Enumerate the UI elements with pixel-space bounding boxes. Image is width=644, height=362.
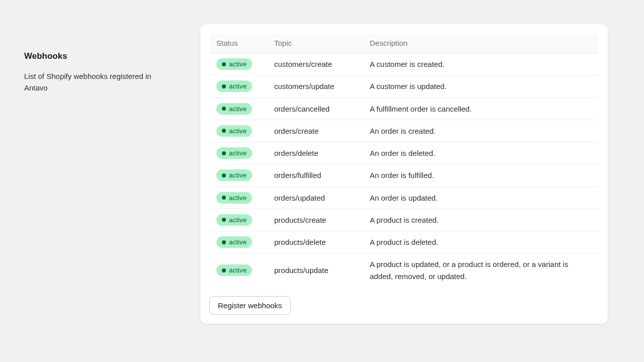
topic-cell: orders/create [267,120,363,142]
status-badge: active [216,169,252,181]
header-status: Status [209,33,267,53]
description-cell: An order is updated. [363,187,599,209]
status-label: active [229,127,247,135]
page-title: Webhooks [24,51,175,61]
page-subtitle: List of Shopify webhooks registered in A… [24,70,175,94]
status-dot-icon [222,196,226,200]
register-webhooks-button[interactable]: Register webhooks [209,296,291,315]
status-label: active [229,82,247,90]
status-dot-icon [222,268,226,273]
table-row: activeorders/createAn order is created. [209,120,599,142]
status-dot-icon [222,173,226,177]
status-dot-icon [222,240,226,244]
table-row: activeproducts/createA product is create… [209,209,599,231]
topic-cell: products/create [267,209,363,231]
table-row: activecustomers/createA customer is crea… [209,53,599,75]
topic-cell: orders/cancelled [267,98,363,120]
status-dot-icon [222,129,226,133]
description-cell: A product is created. [363,209,599,231]
status-badge: active [216,192,252,204]
status-label: active [229,238,247,246]
topic-cell: orders/updated [267,187,363,209]
status-badge: active [216,103,252,115]
status-badge: active [216,80,252,92]
topic-cell: products/update [267,253,363,287]
topic-cell: orders/delete [267,142,363,164]
header-topic: Topic [267,33,363,53]
description-cell: A fulfillment order is cancelled. [363,98,599,120]
description-cell: A product is deleted. [363,231,599,253]
table-row: activecustomers/updateA customer is upda… [209,75,599,98]
status-dot-icon [222,84,226,88]
topic-cell: customers/update [267,75,363,98]
status-badge: active [216,214,252,226]
table-row: activeproducts/deleteA product is delete… [209,231,599,253]
description-cell: A customer is created. [363,53,599,75]
table-row: activeorders/updatedAn order is updated. [209,187,599,209]
status-label: active [229,149,247,157]
description-cell: A customer is updated. [363,75,599,98]
description-cell: A product is updated, or a product is or… [363,253,599,287]
topic-cell: customers/create [267,53,363,75]
table-row: activeorders/fulfilledAn order is fulfil… [209,164,599,187]
topic-cell: orders/fulfilled [267,164,363,187]
table-row: activeorders/cancelledA fulfillment orde… [209,98,599,120]
header-description: Description [363,33,599,53]
status-label: active [229,266,247,274]
description-cell: An order is deleted. [363,142,599,164]
status-dot-icon [222,151,226,155]
status-dot-icon [222,62,226,66]
description-cell: An order is created. [363,120,599,142]
webhooks-card: Status Topic Description activecustomers… [200,24,608,324]
status-badge: active [216,58,252,70]
status-badge: active [216,264,252,276]
status-label: active [229,60,247,68]
status-label: active [229,216,247,224]
sidebar: Webhooks List of Shopify webhooks regist… [24,24,175,324]
topic-cell: products/delete [267,231,363,253]
webhooks-table: Status Topic Description activecustomers… [209,33,599,287]
status-badge: active [216,125,252,137]
table-row: activeproducts/updateA product is update… [209,253,599,287]
status-badge: active [216,147,252,159]
status-label: active [229,171,247,179]
table-row: activeorders/deleteAn order is deleted. [209,142,599,164]
status-dot-icon [222,218,226,222]
status-label: active [229,105,247,113]
status-badge: active [216,236,252,248]
status-dot-icon [222,107,226,111]
status-label: active [229,194,247,202]
description-cell: An order is fulfilled. [363,164,599,187]
